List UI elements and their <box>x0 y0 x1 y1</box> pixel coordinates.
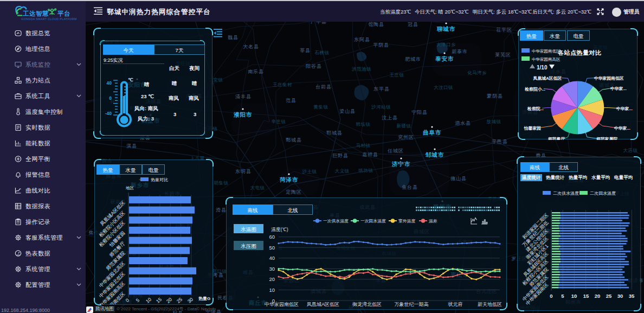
svg-text:聊城市: 聊城市 <box>436 25 455 32</box>
svg-text:莱芜区: 莱芜区 <box>495 52 511 58</box>
svg-text:各站点热量对比: 各站点热量对比 <box>557 49 602 56</box>
svg-text:二次回水温度: 二次回水温度 <box>590 191 616 196</box>
svg-text:定陶区: 定陶区 <box>286 189 301 195</box>
svg-text:大义镇: 大义镇 <box>335 168 350 174</box>
svg-text:魏县: 魏县 <box>228 35 239 40</box>
svg-text:大屯镇: 大屯镇 <box>250 185 265 190</box>
svg-text:莘县: 莘县 <box>300 48 311 53</box>
svg-text:5: 5 <box>561 293 564 299</box>
svg-text:鱼台县: 鱼台县 <box>402 184 417 190</box>
svg-text:淇县: 淇县 <box>126 143 137 149</box>
svg-text:50: 50 <box>269 245 275 251</box>
svg-text:新天地低区: 新天地低区 <box>478 302 502 307</box>
svg-text:0: 0 <box>550 293 552 299</box>
svg-text:汶上县: 汶上县 <box>382 115 397 120</box>
svg-text:沙土镇: 沙土镇 <box>302 169 317 174</box>
svg-text:平邑县: 平邑县 <box>492 139 507 144</box>
svg-text:15: 15 <box>583 293 589 299</box>
svg-text:王庄镇: 王庄镇 <box>390 72 404 78</box>
svg-text:二次供水温度: 二次供水温度 <box>553 191 579 196</box>
svg-text:黄集镇: 黄集镇 <box>313 104 329 110</box>
svg-text:35: 35 <box>629 293 635 299</box>
svg-text:鄄城县: 鄄城县 <box>285 137 301 143</box>
svg-text:师范家属院: 师范家属院 <box>596 137 617 140</box>
svg-text:40: 40 <box>269 255 275 261</box>
svg-text:梁山县: 梁山县 <box>339 108 355 114</box>
svg-text:任城区: 任城区 <box>387 148 403 154</box>
svg-text:-40: -40 <box>105 111 112 116</box>
svg-text:肥城市: 肥城市 <box>405 56 421 62</box>
svg-text:宁阳县: 宁阳县 <box>411 110 427 115</box>
svg-text:15: 15 <box>155 297 163 304</box>
svg-text:菏泽市: 菏泽市 <box>280 176 298 183</box>
svg-text:微山县: 微山县 <box>450 176 466 181</box>
svg-text:0: 0 <box>125 297 130 303</box>
svg-text:新驿镇: 新驿镇 <box>397 123 411 129</box>
svg-text:0: 0 <box>109 95 112 101</box>
svg-text:地区: 地区 <box>125 186 134 190</box>
svg-text:清丰县: 清丰县 <box>235 94 251 99</box>
svg-text:温差: 温差 <box>429 219 437 223</box>
svg-text:检察院小...: 检察院小... <box>524 87 545 92</box>
svg-text:大店镇: 大店镇 <box>623 148 638 153</box>
svg-text:邹城市: 邹城市 <box>425 151 444 158</box>
svg-text:60: 60 <box>269 234 275 240</box>
svg-text:东阿县: 东阿县 <box>353 37 370 42</box>
svg-text:御龙湾北低区: 御龙湾北低区 <box>352 302 382 307</box>
svg-text:冠县: 冠县 <box>408 22 418 27</box>
svg-text:平阴县: 平阴县 <box>373 42 389 48</box>
svg-text:10: 10 <box>269 287 275 293</box>
svg-text:济宁市: 济宁市 <box>391 161 410 167</box>
svg-text:兖州区: 兖州区 <box>398 135 414 140</box>
svg-text:阳谷县: 阳谷县 <box>306 63 321 69</box>
svg-text:石横镇: 石横镇 <box>315 50 330 55</box>
svg-text:巨野县: 巨野县 <box>332 153 348 158</box>
svg-text:东平县: 东平县 <box>373 86 389 92</box>
svg-text:检察院...: 检察院... <box>527 106 544 111</box>
svg-text:放城镇: 放城镇 <box>487 119 501 124</box>
svg-text:胡集镇: 胡集镇 <box>214 180 229 186</box>
svg-text:30: 30 <box>617 293 623 299</box>
svg-text:马村镇: 马村镇 <box>356 143 371 148</box>
svg-text:韩垓镇: 韩垓镇 <box>356 122 371 127</box>
svg-text:25: 25 <box>606 293 612 299</box>
svg-text:10: 10 <box>145 297 152 304</box>
svg-text:泰安市: 泰安市 <box>435 55 454 62</box>
svg-text:40: 40 <box>107 80 112 86</box>
svg-text:20: 20 <box>269 276 275 282</box>
svg-text:热量对比: 热量对比 <box>151 177 168 182</box>
svg-text:新泰市: 新泰市 <box>452 49 467 54</box>
svg-text:凤凰城A区低区: 凤凰城A区低区 <box>533 76 562 81</box>
svg-text:范县: 范县 <box>286 98 297 103</box>
svg-text:广平县: 广平县 <box>311 22 326 24</box>
svg-text:室外温度: 室外温度 <box>398 219 415 223</box>
svg-text:邢口镇: 邢口镇 <box>212 269 227 274</box>
svg-text:辛庄镇: 辛庄镇 <box>272 119 286 124</box>
svg-text:工达智慧: 工达智慧 <box>22 10 49 17</box>
svg-text:10: 10 <box>571 293 577 299</box>
svg-text:曲阜市: 曲阜市 <box>423 129 441 136</box>
svg-text:茌平区: 茌平区 <box>496 27 512 33</box>
svg-text:平台: 平台 <box>57 10 70 17</box>
svg-text:南乐县: 南乐县 <box>248 69 263 74</box>
svg-text:怡馨家园: 怡馨家园 <box>524 126 541 131</box>
svg-text:1/10: 1/10 <box>537 65 548 71</box>
svg-text:30: 30 <box>186 297 194 304</box>
svg-text:中华家...: 中华家... <box>614 126 630 131</box>
svg-text:大名县: 大名县 <box>243 44 259 49</box>
svg-text:沙河站镇: 沙河站镇 <box>371 104 391 110</box>
svg-text:蒙阴县: 蒙阴县 <box>487 93 503 99</box>
svg-text:GONGDA SMART CLOUD PLATFORM: GONGDA SMART CLOUD PLATFORM <box>21 17 76 21</box>
svg-text:泗水县: 泗水县 <box>455 120 471 126</box>
svg-text:馆陶县: 馆陶县 <box>368 22 384 27</box>
svg-text:中华家...: 中华家... <box>610 86 627 91</box>
svg-text:嘉祥县: 嘉祥县 <box>362 152 378 157</box>
svg-text:郓城县: 郓城县 <box>326 130 342 136</box>
svg-text:王庄集村: 王庄集村 <box>273 82 292 87</box>
svg-text:师范餐厅: 师范餐厅 <box>548 137 565 140</box>
svg-text:中华家...: 中华家... <box>616 106 633 111</box>
svg-text:纸坊镇: 纸坊镇 <box>358 168 373 173</box>
svg-text:中华家园南低区: 中华家园南低区 <box>532 49 561 54</box>
svg-text:5: 5 <box>135 297 140 303</box>
svg-text:中华家园南高区: 中华家园南高区 <box>532 57 561 62</box>
